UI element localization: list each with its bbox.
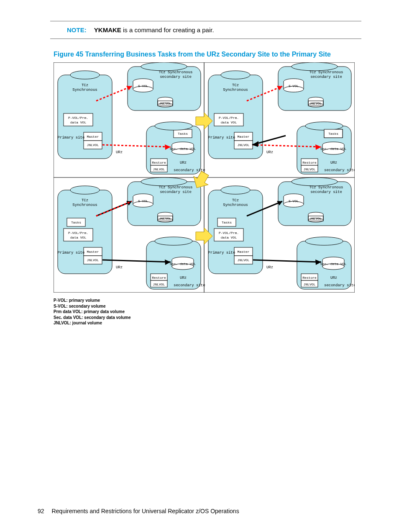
page-footer: 92 Requirements and Restrictions for Uni… — [38, 508, 239, 514]
legend-line: Prm data VOL: primary data volume — [54, 309, 361, 315]
legend-line: P-VOL: primary volume — [54, 298, 361, 303]
legend-line: Sec. data VOL: secondary data volume — [54, 315, 361, 321]
quadrant-bottom-left — [58, 177, 205, 289]
quadrant-bottom-right — [208, 177, 355, 289]
footer-title: Requirements and Restrictions for Univer… — [51, 508, 239, 514]
figure-caption: Figure 45 Transferring Business Tasks fr… — [54, 51, 361, 58]
figure-diagram: TCz Synchronous TCz Synchronous secondar… — [54, 62, 361, 294]
quadrant-top-right: Tasks — [208, 62, 355, 174]
note-label: NOTE: — [67, 26, 87, 33]
note-box: NOTE: YKMAKE is a command for creating a… — [50, 21, 361, 39]
legend-line: S-VOL: secondary volume — [54, 303, 361, 309]
quadrant-top-left — [58, 62, 205, 174]
page-number: 92 — [38, 508, 44, 514]
note-text: is a command for creating a pair. — [121, 26, 214, 33]
svg-text:Tasks: Tasks — [328, 132, 338, 136]
note-bold-term: YKMAKE — [94, 26, 121, 33]
legend-line: JNLVOL: journal volume — [54, 320, 361, 326]
figure-legend: P-VOL: primary volume S-VOL: secondary v… — [54, 298, 361, 326]
